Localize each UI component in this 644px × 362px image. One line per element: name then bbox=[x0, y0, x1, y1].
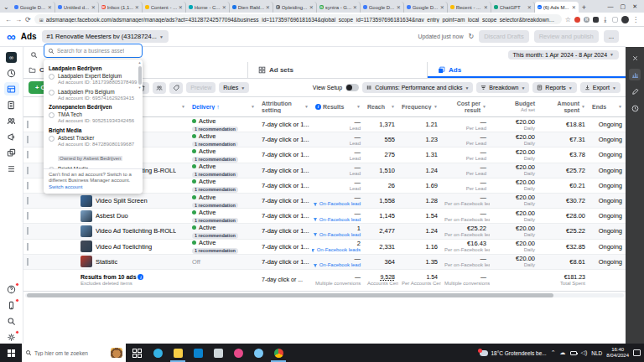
table-row[interactable]: Video Ad Toelichting B-ROLLActive1 recom… bbox=[23, 224, 626, 239]
table-row[interactable]: Asbest DuoActive1 recommendation7-day cl… bbox=[23, 209, 626, 224]
browser-tab[interactable]: Content - ...✕ bbox=[143, 2, 186, 13]
radio-icon[interactable] bbox=[49, 90, 55, 96]
paint-taskbar-button[interactable] bbox=[228, 344, 248, 362]
tab-close-icon[interactable]: ✕ bbox=[484, 4, 488, 10]
reload-icon[interactable]: ⟳ bbox=[25, 16, 31, 23]
row-checkbox[interactable] bbox=[27, 136, 29, 143]
review-publish-button[interactable]: Review and publish bbox=[534, 30, 599, 43]
tab-close-icon[interactable]: ✕ bbox=[397, 4, 401, 10]
column-header-Reach[interactable]: Reach▼ bbox=[364, 104, 398, 111]
columns-button[interactable]: Columns: Performance and clicks ▼ bbox=[362, 82, 473, 93]
onedrive-cloud-icon[interactable]: ☁ bbox=[560, 349, 566, 356]
view-setup-toggle[interactable] bbox=[345, 84, 359, 91]
extension-icon[interactable] bbox=[612, 17, 618, 23]
ad-name[interactable]: Asbest Duo bbox=[96, 212, 128, 220]
activity-history-icon[interactable] bbox=[629, 102, 641, 114]
tray-expand-icon[interactable]: ⌃ bbox=[551, 349, 556, 356]
tab-ads[interactable]: Ads bbox=[428, 62, 626, 78]
all-tools-icon[interactable] bbox=[4, 162, 19, 175]
tab-close-icon[interactable]: ✕ bbox=[572, 4, 576, 10]
search-icon[interactable] bbox=[30, 47, 38, 62]
tab-ad-sets[interactable]: Ad sets bbox=[248, 62, 428, 78]
browser-tab[interactable]: COpleiding...✕ bbox=[273, 2, 317, 13]
search-tools-icon[interactable] bbox=[4, 314, 19, 328]
browser-tab[interactable]: ChatGPT✕ bbox=[491, 2, 535, 13]
site-info-icon[interactable]: ⊞ bbox=[39, 17, 44, 23]
profile-avatar[interactable] bbox=[621, 16, 629, 23]
pages-nav-icon[interactable] bbox=[4, 98, 19, 111]
taskbar-search[interactable]: Typ hier om te zoeken bbox=[22, 344, 126, 362]
export-button[interactable]: Export ▼ bbox=[580, 82, 621, 93]
account-option[interactable]: Bright Media bbox=[49, 166, 136, 168]
business-suite-app-icon[interactable]: ∞ bbox=[4, 50, 19, 64]
ad-name[interactable]: Video Ad Toelichting B-ROLL bbox=[96, 227, 176, 235]
browser-tab[interactable]: ∞(6) Ads M...✕ bbox=[535, 2, 579, 13]
extension-icon[interactable] bbox=[574, 17, 580, 23]
browser-tab[interactable]: Dien Rabl...✕ bbox=[230, 2, 273, 13]
row-checkbox[interactable] bbox=[27, 212, 29, 220]
account-option[interactable]: Laadpalen Expert BelgiumAd account ID: 1… bbox=[49, 73, 136, 86]
chrome-taskbar-button[interactable] bbox=[268, 344, 288, 362]
results-type[interactable]: On-Facebook lead bbox=[315, 262, 361, 268]
recommendation-badge[interactable]: 1 recommendation bbox=[192, 127, 238, 132]
radio-icon[interactable] bbox=[49, 167, 55, 168]
horizontal-scrollbar[interactable] bbox=[23, 292, 626, 300]
account-option[interactable]: TMA TechAd account ID: 905251934342456 bbox=[49, 111, 136, 125]
column-header-Cost per result[interactable]: Cost per result▼ bbox=[441, 101, 490, 113]
recommendation-badge[interactable]: 1 recommendation bbox=[192, 203, 238, 209]
column-header-Amount spent[interactable]: Amount spent▼ bbox=[538, 101, 589, 113]
keyboard-language[interactable]: NLD bbox=[591, 350, 602, 356]
edit-icon[interactable] bbox=[629, 85, 641, 97]
recents-icon[interactable] bbox=[4, 66, 19, 80]
column-header-Results[interactable]: iResults▼ bbox=[312, 104, 364, 111]
tab-close-icon[interactable]: ✕ bbox=[309, 4, 314, 10]
account-option[interactable]: Asbest TrackerAd account ID: 84728908019… bbox=[49, 135, 136, 163]
task-view-button[interactable] bbox=[126, 344, 148, 362]
browser-tab[interactable]: Google D...✕ bbox=[12, 2, 55, 13]
column-header-Budget[interactable]: BudgetAd set bbox=[490, 101, 538, 112]
photos-taskbar-button[interactable] bbox=[248, 344, 268, 362]
start-button[interactable] bbox=[0, 344, 22, 362]
browser-menu-icon[interactable]: ⋮ bbox=[632, 16, 639, 23]
billing-nav-icon[interactable] bbox=[4, 146, 19, 159]
date-range-selector[interactable]: This month: 1 Apr 2024 - 8 Apr 2024 ▼ bbox=[508, 50, 619, 59]
row-checkbox[interactable] bbox=[27, 121, 29, 128]
forward-icon[interactable]: → bbox=[15, 16, 22, 23]
business-asset-search-input[interactable]: Search for a business asset bbox=[44, 44, 143, 58]
tab-close-icon[interactable]: ✕ bbox=[222, 4, 226, 10]
table-row[interactable]: Video Split ScreenActive1 recommendation… bbox=[23, 194, 626, 209]
advertise-nav-icon[interactable] bbox=[4, 130, 19, 143]
search-highlight-image[interactable] bbox=[111, 348, 122, 358]
tab-close-icon[interactable]: ✕ bbox=[527, 4, 532, 10]
results-type[interactable]: On-Facebook lead bbox=[315, 217, 361, 223]
table-row[interactable]: Video Ad ToelichtingActive1 recommendati… bbox=[23, 240, 626, 255]
close-panel-icon[interactable] bbox=[629, 52, 641, 64]
battery-icon[interactable] bbox=[570, 351, 577, 355]
recommendation-badge[interactable]: 1 recommendation bbox=[192, 172, 238, 178]
store-taskbar-button[interactable] bbox=[188, 344, 208, 362]
download-icon[interactable]: ⭳ bbox=[602, 16, 609, 23]
recommendation-badge[interactable]: 1 recommendation bbox=[192, 187, 238, 193]
row-checkbox[interactable] bbox=[27, 227, 29, 235]
refresh-icon[interactable]: ↻ bbox=[468, 33, 474, 40]
recommendation-badge[interactable]: 1 recommendation bbox=[192, 248, 238, 254]
action-center-icon[interactable] bbox=[633, 349, 641, 356]
performance-chart-icon[interactable] bbox=[629, 69, 641, 80]
row-checkbox[interactable] bbox=[27, 182, 29, 189]
browser-tab[interactable]: Recent - ...✕ bbox=[448, 2, 491, 13]
more-options-button[interactable]: ... bbox=[604, 30, 619, 43]
rules-button[interactable]: Rules ▼ bbox=[219, 82, 249, 93]
account-option[interactable]: Laadpalen Pro BelgiumAd account ID: 6957… bbox=[49, 89, 136, 102]
contact-support-icon[interactable] bbox=[4, 298, 19, 312]
browser-tab[interactable]: Home - C...✕ bbox=[186, 2, 230, 13]
mail-taskbar-button[interactable] bbox=[208, 344, 228, 362]
column-header-Delivery[interactable]: Delivery ↑▼ bbox=[189, 104, 258, 111]
browser-tab[interactable]: Gsyntra - G...✕ bbox=[317, 2, 361, 13]
discard-drafts-button[interactable]: Discard Drafts bbox=[479, 30, 529, 43]
edge-taskbar-button[interactable] bbox=[148, 344, 168, 362]
row-checkbox[interactable] bbox=[27, 197, 29, 204]
address-bar[interactable]: ⊞ adsmanager.facebook.com/adsmanager/man… bbox=[34, 14, 562, 24]
ad-name[interactable]: Video Split Screen bbox=[96, 197, 148, 204]
tab-close-icon[interactable]: ✕ bbox=[48, 4, 52, 10]
tab-close-icon[interactable]: ✕ bbox=[135, 4, 139, 10]
